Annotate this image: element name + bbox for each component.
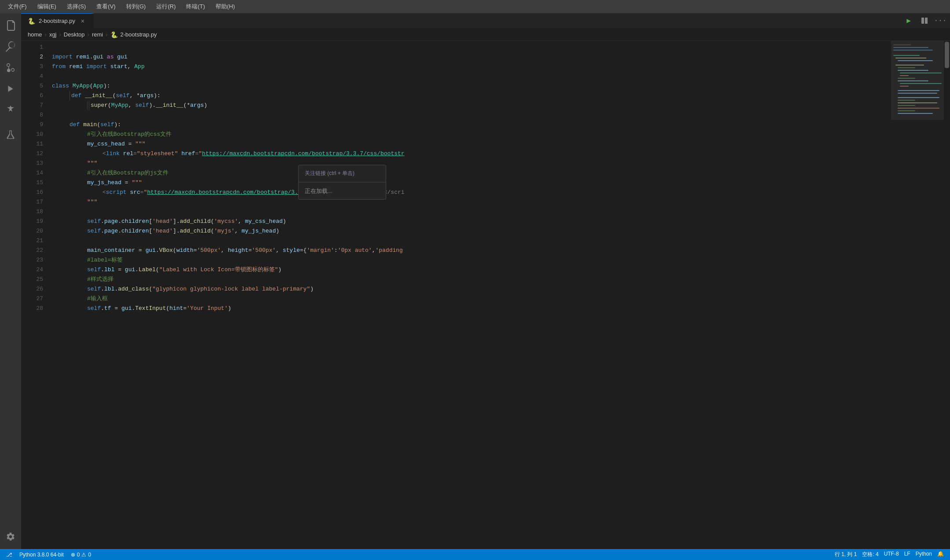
tab-close-button[interactable]: ×: [79, 17, 87, 25]
breadcrumb-file[interactable]: 2-bootstrap.py: [121, 31, 157, 38]
tab-file-icon: 🐍: [28, 18, 35, 25]
line-num-18: 18: [21, 207, 43, 217]
menu-terminal[interactable]: 终端(T): [182, 1, 209, 12]
breadcrumb-desktop[interactable]: Desktop: [64, 31, 85, 38]
status-encoding[interactable]: UTF-8: [881, 551, 902, 557]
line-numbers: 1 2 3 4 5 6 7 8 9 10 11 12 13 14 15 16 1…: [21, 41, 48, 549]
notification-icon: 🔔: [937, 551, 944, 557]
line-num-25: 25: [21, 275, 43, 284]
code-line-8: [48, 110, 891, 120]
menu-bar: 文件(F) 编辑(E) 选择(S) 查看(V) 转到(G) 运行(R) 终端(T…: [0, 0, 950, 13]
line-num-17: 17: [21, 197, 43, 207]
tooltip-loading: 正在加载...: [299, 183, 386, 199]
explorer-icon[interactable]: [2, 17, 19, 34]
status-bar: ⎇ Python 3.8.0 64-bit ⊗ 0 ⚠ 0 行 1, 列 1 空…: [0, 549, 950, 560]
code-line-18: [48, 207, 891, 217]
run-debug-icon[interactable]: [2, 80, 19, 98]
line-num-24: 24: [21, 265, 43, 275]
line-num-3: 3: [21, 62, 43, 72]
code-line-9: def main(self):: [48, 120, 891, 130]
split-editor-button[interactable]: [918, 15, 931, 27]
svg-rect-27: [891, 41, 944, 120]
breadcrumb-python-icon: 🐍: [110, 31, 118, 38]
tooltip-follow-link-label: 关注链接 (ctrl + 单击): [305, 170, 354, 176]
status-python-version[interactable]: Python 3.8.0 64-bit: [17, 549, 66, 560]
tooltip-loading-label: 正在加载...: [305, 188, 332, 194]
tab-filename: 2-bootstrap.py: [39, 18, 75, 24]
code-line-4: [48, 72, 891, 81]
more-actions-button[interactable]: ···: [934, 15, 946, 27]
status-errors[interactable]: ⊗ 0 ⚠ 0: [68, 549, 94, 560]
code-line-5: class MyApp(App):: [48, 81, 891, 91]
flask-icon[interactable]: [2, 126, 19, 143]
line-num-19: 19: [21, 217, 43, 226]
tooltip-divider: [299, 182, 386, 182]
status-position[interactable]: 行 1, 列 1: [832, 551, 860, 558]
line-num-16: 16: [21, 188, 43, 197]
bootstrap-css-link[interactable]: https://maxcdn.bootstrapcdn.com/bootstra…: [202, 149, 404, 159]
line-num-5: 5: [21, 81, 43, 91]
code-content[interactable]: import remi.gui as gui from remi import …: [48, 41, 891, 549]
menu-goto[interactable]: 转到(G): [122, 1, 150, 12]
status-language[interactable]: Python: [913, 551, 935, 557]
svg-rect-1: [925, 18, 928, 24]
line-num-6: 6: [21, 91, 43, 101]
line-num-15: 15: [21, 178, 43, 188]
line-num-12: 12: [21, 149, 43, 159]
search-icon[interactable]: [2, 38, 19, 55]
breadcrumb-remi[interactable]: remi: [92, 31, 103, 38]
menu-view[interactable]: 查看(V): [92, 1, 120, 12]
run-button[interactable]: ▶: [902, 15, 915, 27]
line-num-22: 22: [21, 246, 43, 255]
menu-edit[interactable]: 编辑(E): [33, 1, 61, 12]
tooltip-follow-link[interactable]: 关注链接 (ctrl + 单击): [299, 165, 386, 181]
code-line-19: self.page.children['head'].add_child('my…: [48, 217, 891, 226]
status-spaces[interactable]: 空格: 4: [859, 551, 881, 558]
status-notification[interactable]: 🔔: [935, 551, 946, 557]
activity-bar: [0, 13, 21, 549]
code-line-20: self.page.children['head'].add_child('my…: [48, 226, 891, 236]
error-icon: ⊗: [71, 552, 75, 558]
editor-area: 🐍 2-bootstrap.py × ▶ ··· home › xgj › De…: [21, 13, 950, 549]
menu-select[interactable]: 选择(S): [62, 1, 90, 12]
active-tab[interactable]: 🐍 2-bootstrap.py ×: [21, 13, 94, 28]
status-line-ending[interactable]: LF: [902, 551, 913, 557]
warning-icon: ⚠: [81, 552, 86, 558]
code-line-16: <script src="https://maxcdn.bootstrapcdn…: [48, 188, 891, 197]
menu-file[interactable]: 文件(F): [4, 1, 31, 12]
status-git-branch[interactable]: ⎇: [4, 549, 15, 560]
code-line-25: #样式选择: [48, 275, 891, 284]
scrollbar[interactable]: [944, 41, 950, 549]
code-line-12: <link rel="stylesheet" href="https://max…: [48, 149, 891, 159]
code-line-28: self.tf = gui.TextInput(hint='Your Input…: [48, 304, 891, 313]
source-control-icon[interactable]: [2, 59, 19, 76]
breadcrumb-xgj[interactable]: xgj: [49, 31, 57, 38]
warning-count: 0: [88, 552, 91, 558]
line-num-27: 27: [21, 294, 43, 304]
tooltip-popup: 关注链接 (ctrl + 单击) 正在加载...: [298, 165, 386, 200]
error-count: 0: [77, 552, 80, 558]
settings-icon[interactable]: [2, 528, 19, 545]
tab-bar: 🐍 2-bootstrap.py × ▶ ···: [21, 13, 950, 29]
breadcrumb-home[interactable]: home: [28, 31, 42, 38]
code-line-7: super(MyApp, self).__init__(*args): [48, 101, 891, 110]
line-num-10: 10: [21, 130, 43, 139]
line-num-26: 26: [21, 284, 43, 294]
code-line-21: [48, 236, 891, 246]
extensions-icon[interactable]: [2, 101, 19, 119]
code-line-14: #引入在线Bootstrap的js文件: [48, 168, 891, 178]
language-label: Python: [916, 551, 932, 557]
menu-help[interactable]: 帮助(H): [211, 1, 239, 12]
code-line-13: """: [48, 159, 891, 168]
position-label: 行 1, 列 1: [835, 551, 857, 558]
svg-rect-0: [921, 18, 924, 24]
line-num-11: 11: [21, 139, 43, 149]
python-version-label: Python 3.8.0 64-bit: [19, 552, 64, 558]
git-icon: ⎇: [6, 552, 12, 558]
menu-run[interactable]: 运行(R): [152, 1, 180, 12]
code-editor: 1 2 3 4 5 6 7 8 9 10 11 12 13 14 15 16 1…: [21, 41, 950, 549]
code-line-6: def __init__(self, *args):: [48, 91, 891, 101]
line-ending-label: LF: [904, 551, 910, 557]
spaces-label: 空格: 4: [862, 551, 878, 558]
code-line-2: import remi.gui as gui: [48, 52, 891, 62]
